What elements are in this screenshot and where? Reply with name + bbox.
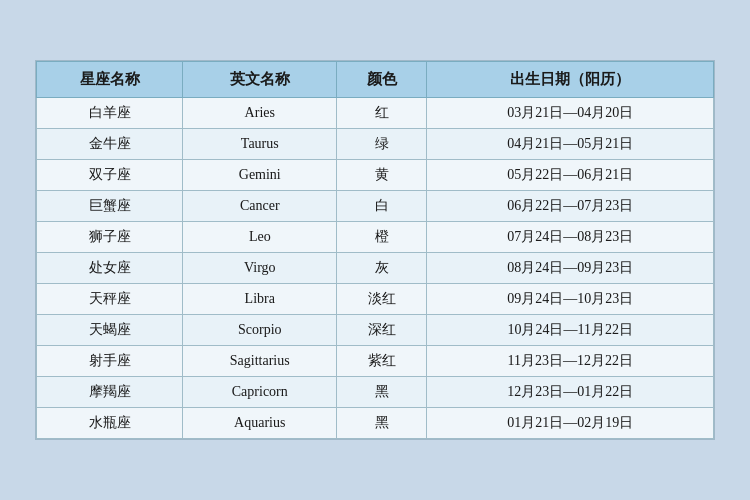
cell-color: 黑 bbox=[337, 377, 427, 408]
header-chinese-name: 星座名称 bbox=[37, 62, 183, 98]
cell-chinese-name: 天蝎座 bbox=[37, 315, 183, 346]
cell-date: 09月24日—10月23日 bbox=[427, 284, 714, 315]
cell-chinese-name: 射手座 bbox=[37, 346, 183, 377]
cell-color: 黑 bbox=[337, 408, 427, 439]
cell-color: 淡红 bbox=[337, 284, 427, 315]
cell-chinese-name: 处女座 bbox=[37, 253, 183, 284]
cell-chinese-name: 双子座 bbox=[37, 160, 183, 191]
cell-date: 01月21日—02月19日 bbox=[427, 408, 714, 439]
cell-english-name: Scorpio bbox=[183, 315, 337, 346]
cell-chinese-name: 金牛座 bbox=[37, 129, 183, 160]
header-english-name: 英文名称 bbox=[183, 62, 337, 98]
table-body: 白羊座Aries红03月21日—04月20日金牛座Taurus绿04月21日—0… bbox=[37, 98, 714, 439]
cell-date: 11月23日—12月22日 bbox=[427, 346, 714, 377]
cell-date: 10月24日—11月22日 bbox=[427, 315, 714, 346]
table-row: 巨蟹座Cancer白06月22日—07月23日 bbox=[37, 191, 714, 222]
cell-color: 黄 bbox=[337, 160, 427, 191]
cell-date: 06月22日—07月23日 bbox=[427, 191, 714, 222]
cell-english-name: Virgo bbox=[183, 253, 337, 284]
cell-date: 12月23日—01月22日 bbox=[427, 377, 714, 408]
cell-color: 灰 bbox=[337, 253, 427, 284]
table-row: 射手座Sagittarius紫红11月23日—12月22日 bbox=[37, 346, 714, 377]
cell-chinese-name: 水瓶座 bbox=[37, 408, 183, 439]
table-header-row: 星座名称 英文名称 颜色 出生日期（阳历） bbox=[37, 62, 714, 98]
cell-date: 03月21日—04月20日 bbox=[427, 98, 714, 129]
cell-color: 深红 bbox=[337, 315, 427, 346]
table-row: 白羊座Aries红03月21日—04月20日 bbox=[37, 98, 714, 129]
table-row: 天蝎座Scorpio深红10月24日—11月22日 bbox=[37, 315, 714, 346]
cell-chinese-name: 天秤座 bbox=[37, 284, 183, 315]
cell-date: 07月24日—08月23日 bbox=[427, 222, 714, 253]
table-row: 双子座Gemini黄05月22日—06月21日 bbox=[37, 160, 714, 191]
cell-english-name: Aquarius bbox=[183, 408, 337, 439]
cell-english-name: Capricorn bbox=[183, 377, 337, 408]
cell-chinese-name: 巨蟹座 bbox=[37, 191, 183, 222]
cell-english-name: Gemini bbox=[183, 160, 337, 191]
cell-color: 红 bbox=[337, 98, 427, 129]
cell-english-name: Libra bbox=[183, 284, 337, 315]
cell-color: 绿 bbox=[337, 129, 427, 160]
cell-date: 05月22日—06月21日 bbox=[427, 160, 714, 191]
zodiac-table: 星座名称 英文名称 颜色 出生日期（阳历） 白羊座Aries红03月21日—04… bbox=[36, 61, 714, 439]
cell-color: 紫红 bbox=[337, 346, 427, 377]
table-row: 处女座Virgo灰08月24日—09月23日 bbox=[37, 253, 714, 284]
zodiac-table-container: 星座名称 英文名称 颜色 出生日期（阳历） 白羊座Aries红03月21日—04… bbox=[35, 60, 715, 440]
table-row: 金牛座Taurus绿04月21日—05月21日 bbox=[37, 129, 714, 160]
table-row: 摩羯座Capricorn黑12月23日—01月22日 bbox=[37, 377, 714, 408]
cell-date: 08月24日—09月23日 bbox=[427, 253, 714, 284]
cell-english-name: Cancer bbox=[183, 191, 337, 222]
cell-color: 橙 bbox=[337, 222, 427, 253]
header-color: 颜色 bbox=[337, 62, 427, 98]
cell-english-name: Sagittarius bbox=[183, 346, 337, 377]
cell-english-name: Taurus bbox=[183, 129, 337, 160]
cell-chinese-name: 摩羯座 bbox=[37, 377, 183, 408]
cell-chinese-name: 狮子座 bbox=[37, 222, 183, 253]
cell-color: 白 bbox=[337, 191, 427, 222]
cell-chinese-name: 白羊座 bbox=[37, 98, 183, 129]
table-row: 天秤座Libra淡红09月24日—10月23日 bbox=[37, 284, 714, 315]
table-row: 狮子座Leo橙07月24日—08月23日 bbox=[37, 222, 714, 253]
table-row: 水瓶座Aquarius黑01月21日—02月19日 bbox=[37, 408, 714, 439]
cell-english-name: Leo bbox=[183, 222, 337, 253]
cell-date: 04月21日—05月21日 bbox=[427, 129, 714, 160]
cell-english-name: Aries bbox=[183, 98, 337, 129]
header-date: 出生日期（阳历） bbox=[427, 62, 714, 98]
